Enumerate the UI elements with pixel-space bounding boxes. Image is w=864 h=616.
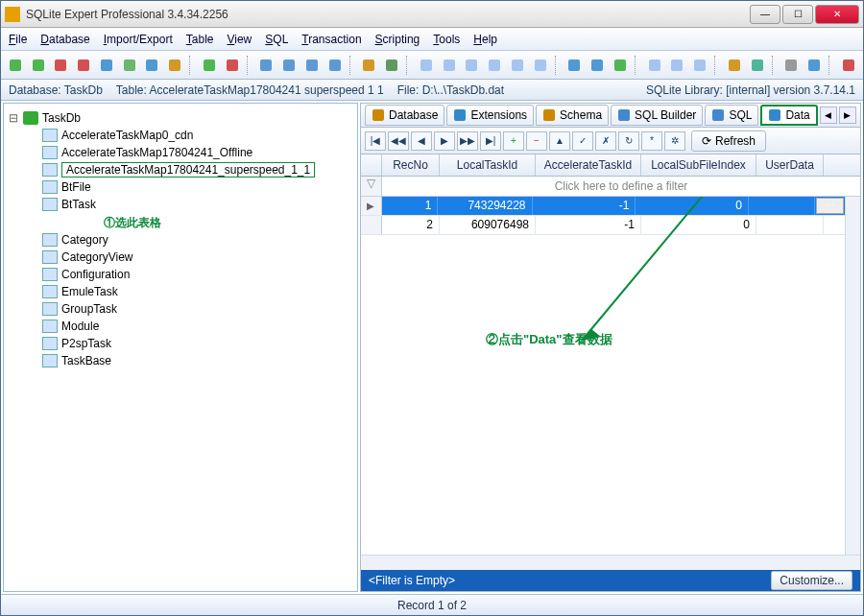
tree-item[interactable]: BtTask [8, 196, 353, 213]
col-header-localtaskid[interactable]: LocalTaskId [440, 154, 536, 176]
toolbar-btn-33[interactable] [689, 55, 710, 76]
vertical-scrollbar[interactable] [845, 197, 860, 555]
tab-sql[interactable]: SQL [705, 105, 758, 126]
toolbar-btn-17[interactable] [359, 55, 380, 76]
col-header-acceleratetaskid[interactable]: AccelerateTaskId [536, 154, 641, 176]
cell[interactable]: 1 [382, 197, 439, 215]
filter-hint[interactable]: Click here to define a filter [382, 177, 860, 196]
maximize-button[interactable]: ☐ [782, 5, 813, 24]
toolbar-btn-35[interactable] [724, 55, 745, 76]
nav-btn-8[interactable]: ▲ [549, 131, 570, 151]
menu-importexport[interactable]: Import/Export [104, 33, 173, 46]
minimize-button[interactable]: — [750, 5, 780, 24]
toolbar-btn-27[interactable] [564, 55, 586, 76]
menu-tools[interactable]: Tools [433, 33, 460, 46]
tree-item[interactable]: EmuleTask [8, 283, 353, 300]
refresh-button[interactable]: ⟳Refresh [691, 130, 766, 152]
toolbar-btn-29[interactable] [610, 55, 631, 76]
nav-btn-3[interactable]: ▶ [434, 131, 455, 151]
toolbar-btn-0[interactable] [5, 55, 26, 76]
tree-item[interactable]: Configuration [8, 266, 353, 283]
toolbar-btn-1[interactable] [28, 55, 49, 76]
toolbar-btn-13[interactable] [278, 55, 300, 76]
tab-schema[interactable]: Schema [536, 105, 609, 126]
toolbar-btn-5[interactable] [119, 55, 140, 76]
nav-btn-0[interactable]: |◀ [365, 131, 386, 151]
toolbar-btn-20[interactable] [416, 55, 437, 76]
nav-btn-12[interactable]: * [641, 131, 662, 151]
tab-database[interactable]: Database [365, 105, 444, 126]
cell[interactable]: 0 [636, 197, 749, 215]
col-header-userdata[interactable]: UserData [756, 154, 824, 176]
cell[interactable] [749, 197, 815, 215]
toolbar-btn-9[interactable] [199, 55, 220, 76]
toolbar-btn-2[interactable] [51, 55, 72, 76]
tree-item[interactable]: AccelerateTaskMap17804241_superspeed_1_1 [8, 161, 353, 178]
db-tree[interactable]: ⊟TaskDbAccelerateTaskMap0_cdnAccelerateT… [4, 104, 357, 591]
nav-btn-11[interactable]: ↻ [618, 131, 639, 151]
menu-scripting[interactable]: Scripting [375, 33, 420, 46]
nav-btn-5[interactable]: ▶| [480, 131, 501, 151]
close-button[interactable]: ✕ [815, 5, 859, 24]
tree-item[interactable]: AccelerateTaskMap0_cdn [8, 127, 353, 144]
cell-editor-button[interactable]: ··· [816, 198, 844, 214]
nav-btn-2[interactable]: ◀ [411, 131, 432, 151]
col-header-recno[interactable]: RecNo [382, 154, 440, 176]
tree-item[interactable]: P2spTask [8, 335, 353, 352]
tab-extensions[interactable]: Extensions [446, 105, 534, 126]
tree-root-label[interactable]: TaskDb [42, 111, 81, 125]
toolbar-btn-32[interactable] [667, 55, 688, 76]
toolbar-btn-4[interactable] [96, 55, 117, 76]
nav-btn-13[interactable]: ✲ [664, 131, 685, 151]
tab-scroll[interactable]: ▶ [839, 107, 856, 124]
menu-database[interactable]: Database [40, 33, 89, 46]
toolbar-btn-3[interactable] [73, 55, 94, 76]
toolbar-btn-39[interactable] [804, 55, 825, 76]
table-row[interactable]: ▶1743294228-10··· [361, 197, 845, 216]
nav-btn-6[interactable]: + [503, 131, 524, 151]
customize-button[interactable]: Customize... [771, 571, 852, 590]
tab-scroll[interactable]: ◀ [820, 107, 837, 124]
tab-data[interactable]: Data [760, 105, 817, 126]
toolbar-btn-38[interactable] [780, 55, 802, 76]
toolbar-btn-22[interactable] [462, 55, 483, 76]
cell[interactable]: -1 [533, 197, 636, 215]
nav-btn-10[interactable]: ✗ [595, 131, 616, 151]
col-header-localsubfileindex[interactable]: LocalSubFileIndex [641, 154, 756, 176]
tree-item[interactable]: TaskBase [8, 352, 353, 369]
tree-item[interactable]: Module [8, 318, 353, 335]
menu-table[interactable]: Table [186, 33, 214, 46]
menu-help[interactable]: Help [473, 33, 497, 46]
toolbar-btn-21[interactable] [439, 55, 460, 76]
nav-btn-4[interactable]: ▶▶ [457, 131, 478, 151]
horizontal-scrollbar[interactable] [361, 555, 860, 570]
nav-btn-7[interactable]: − [526, 131, 547, 151]
toolbar-btn-41[interactable] [838, 55, 859, 76]
cell[interactable] [756, 216, 824, 234]
toolbar-btn-28[interactable] [587, 55, 608, 76]
menu-transaction[interactable]: Transaction [301, 33, 361, 46]
cell[interactable]: -1 [536, 216, 641, 234]
toolbar-btn-18[interactable] [381, 55, 402, 76]
toolbar-btn-15[interactable] [324, 55, 346, 76]
toolbar-btn-25[interactable] [530, 55, 551, 76]
tab-sql-builder[interactable]: SQL Builder [611, 105, 703, 126]
expand-icon[interactable]: ⊟ [8, 111, 19, 125]
toolbar-btn-6[interactable] [142, 55, 163, 76]
table-row[interactable]: 2609076498-10 [361, 216, 845, 235]
toolbar-btn-24[interactable] [507, 55, 528, 76]
toolbar-btn-12[interactable] [256, 55, 277, 76]
tree-item[interactable]: AccelerateTaskMap17804241_Offline [8, 144, 353, 161]
toolbar-btn-10[interactable] [222, 55, 243, 76]
filter-row[interactable]: ▽ Click here to define a filter [361, 177, 860, 197]
toolbar-btn-7[interactable] [164, 55, 185, 76]
toolbar-btn-14[interactable] [301, 55, 323, 76]
menu-view[interactable]: View [227, 33, 252, 46]
cell[interactable]: 2 [382, 216, 440, 234]
cell[interactable]: 0 [641, 216, 756, 234]
toolbar-btn-36[interactable] [747, 55, 768, 76]
nav-btn-1[interactable]: ◀◀ [388, 131, 409, 151]
nav-btn-9[interactable]: ✓ [572, 131, 593, 151]
menu-file[interactable]: File [9, 33, 27, 46]
cell[interactable]: 609076498 [440, 216, 536, 234]
